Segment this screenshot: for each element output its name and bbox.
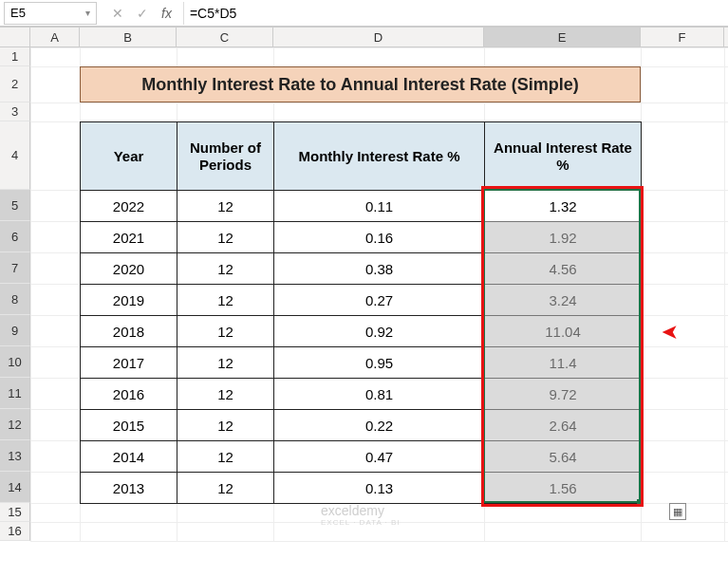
row-header-14[interactable]: 14 — [0, 472, 30, 503]
table-row: 2021120.161.92 — [81, 222, 642, 253]
row-header-10[interactable]: 10 — [0, 346, 30, 378]
table-row: 2020120.384.56 — [81, 253, 642, 285]
cell-annual[interactable]: 2.64 — [485, 410, 642, 441]
formula-input[interactable]: =C5*D5 — [183, 2, 728, 25]
cell-monthly[interactable]: 0.16 — [274, 222, 485, 253]
column-headers: ABCDEF — [0, 27, 728, 47]
cell-periods[interactable]: 12 — [177, 441, 274, 473]
cell-annual[interactable]: 4.56 — [485, 253, 642, 285]
cell-monthly[interactable]: 0.92 — [274, 316, 485, 347]
row-header-2[interactable]: 2 — [0, 66, 30, 102]
autofill-icon: ▦ — [673, 506, 682, 518]
cell-year[interactable]: 2019 — [81, 285, 177, 316]
cell-year[interactable]: 2017 — [81, 347, 177, 379]
cell-year[interactable]: 2021 — [81, 222, 177, 253]
cell-annual[interactable]: 9.72 — [485, 379, 642, 410]
cell-annual[interactable]: 3.24 — [485, 285, 642, 316]
row-header-8[interactable]: 8 — [0, 284, 30, 315]
cell-periods[interactable]: 12 — [177, 347, 274, 379]
row-header-4[interactable]: 4 — [0, 121, 30, 190]
cell-monthly[interactable]: 0.81 — [274, 379, 485, 410]
cell-monthly[interactable]: 0.27 — [274, 285, 485, 316]
table-row: 2018120.9211.04 — [81, 316, 642, 347]
cell-periods[interactable]: 12 — [177, 222, 274, 253]
cell-periods[interactable]: 12 — [177, 191, 274, 222]
name-box[interactable]: E5 ▾ — [4, 2, 97, 25]
cell-annual[interactable]: 11.4 — [485, 347, 642, 379]
row-header-6[interactable]: 6 — [0, 221, 30, 252]
grid-cells[interactable]: Monthly Interest Rate to Annual Interest… — [30, 47, 728, 541]
col-header-A[interactable]: A — [30, 28, 80, 47]
cell-annual[interactable]: 1.56 — [485, 473, 642, 504]
row-header-16[interactable]: 16 — [0, 522, 30, 541]
col-header-E[interactable]: E — [484, 28, 641, 47]
worksheet: ABCDEF Monthly Interest Rate to Annual I… — [0, 27, 728, 541]
watermark-line1: exceldemy — [321, 503, 401, 518]
fx-icon[interactable]: fx — [161, 6, 172, 21]
enter-icon[interactable]: ✓ — [137, 6, 148, 21]
select-all-corner[interactable] — [0, 28, 30, 47]
watermark-line2: EXCEL · DATA · BI — [321, 518, 401, 527]
row-header-12[interactable]: 12 — [0, 409, 30, 440]
cell-year[interactable]: 2022 — [81, 191, 177, 222]
table-row: 2015120.222.64 — [81, 410, 642, 441]
row-header-1[interactable]: 1 — [0, 47, 30, 66]
cancel-icon[interactable]: ✕ — [112, 6, 123, 21]
col-header-D[interactable]: D — [273, 28, 484, 47]
col-header-B[interactable]: B — [80, 28, 177, 47]
col-header-F[interactable]: F — [641, 28, 724, 47]
table-row: 2013120.131.56 — [81, 473, 642, 504]
cell-monthly[interactable]: 0.38 — [274, 253, 485, 285]
arrow-left-icon: ➤ — [662, 320, 679, 344]
th-year: Year — [81, 122, 177, 191]
cell-periods[interactable]: 12 — [177, 379, 274, 410]
cell-annual[interactable]: 11.04 — [485, 316, 642, 347]
th-monthly: Monthly Interest Rate % — [274, 122, 485, 191]
cell-monthly[interactable]: 0.13 — [274, 473, 485, 504]
formula-text: =C5*D5 — [190, 6, 236, 21]
cell-year[interactable]: 2014 — [81, 441, 177, 473]
name-box-value: E5 — [10, 6, 26, 20]
watermark: exceldemyEXCEL · DATA · BI — [321, 503, 401, 527]
cell-periods[interactable]: 12 — [177, 473, 274, 504]
autofill-options-button[interactable]: ▦ — [669, 503, 686, 520]
table-row: 2019120.273.24 — [81, 285, 642, 316]
row-header-9[interactable]: 9 — [0, 315, 30, 346]
formula-bar: E5 ▾ ✕ ✓ fx =C5*D5 — [0, 0, 728, 27]
row-header-15[interactable]: 15 — [0, 503, 30, 522]
col-header-C[interactable]: C — [177, 28, 273, 47]
cell-monthly[interactable]: 0.95 — [274, 347, 485, 379]
cell-year[interactable]: 2015 — [81, 410, 177, 441]
cell-monthly[interactable]: 0.22 — [274, 410, 485, 441]
cell-annual[interactable]: 5.64 — [485, 441, 642, 473]
table-row: 2016120.819.72 — [81, 379, 642, 410]
table-row: 2022120.111.32 — [81, 191, 642, 222]
th-periods: Number of Periods — [177, 122, 274, 191]
cell-year[interactable]: 2020 — [81, 253, 177, 285]
page-title: Monthly Interest Rate to Annual Interest… — [80, 66, 641, 102]
cell-monthly[interactable]: 0.47 — [274, 441, 485, 473]
table-row: 2017120.9511.4 — [81, 347, 642, 379]
cell-periods[interactable]: 12 — [177, 410, 274, 441]
table-row: 2014120.475.64 — [81, 441, 642, 473]
cell-year[interactable]: 2016 — [81, 379, 177, 410]
row-header-13[interactable]: 13 — [0, 440, 30, 472]
th-annual: Annual Interest Rate % — [485, 122, 642, 191]
cell-periods[interactable]: 12 — [177, 253, 274, 285]
formula-bar-buttons: ✕ ✓ fx — [101, 6, 183, 21]
cell-periods[interactable]: 12 — [177, 316, 274, 347]
row-area: Monthly Interest Rate to Annual Interest… — [0, 47, 728, 541]
row-header-11[interactable]: 11 — [0, 378, 30, 409]
cell-annual[interactable]: 1.92 — [485, 222, 642, 253]
cell-monthly[interactable]: 0.11 — [274, 191, 485, 222]
row-header-5[interactable]: 5 — [0, 190, 30, 221]
row-header-7[interactable]: 7 — [0, 252, 30, 284]
cell-annual[interactable]: 1.32 — [485, 191, 642, 222]
interest-table: YearNumber of PeriodsMonthly Interest Ra… — [80, 121, 642, 504]
cell-year[interactable]: 2013 — [81, 473, 177, 504]
row-header-3[interactable]: 3 — [0, 102, 30, 121]
chevron-down-icon[interactable]: ▾ — [85, 8, 90, 18]
cell-periods[interactable]: 12 — [177, 285, 274, 316]
cell-year[interactable]: 2018 — [81, 316, 177, 347]
